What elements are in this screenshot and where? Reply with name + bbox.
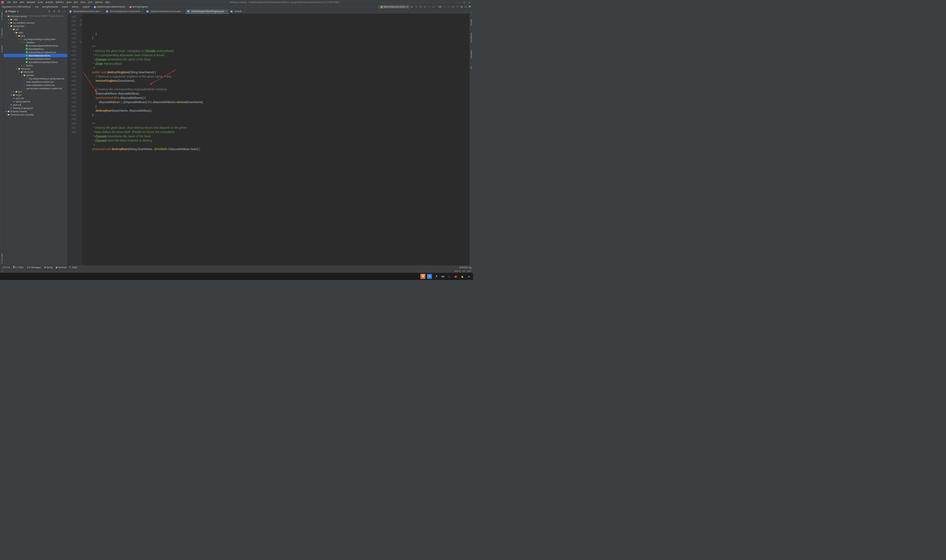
menu-analyze[interactable]: Analyze: [44, 1, 54, 4]
tree-item[interactable]: Scratches and Consoles: [4, 113, 68, 116]
tree-item[interactable]: ▶.idea: [4, 18, 68, 21]
box-icon[interactable]: ▥: [459, 5, 463, 9]
tree-item[interactable]: pom.xml: [4, 103, 68, 106]
gear-icon[interactable]: ⚙: [57, 9, 61, 13]
tree-item[interactable]: BeanInstantiationDemo: [4, 57, 68, 60]
editor-tab[interactable]: CBeanInitializationDemo.java×: [68, 9, 105, 14]
tree-item[interactable]: ▼main: [4, 31, 68, 34]
tool-tab-database[interactable]: Database: [470, 49, 473, 60]
tree-item[interactable]: ▶ioc-container-overview: [4, 21, 68, 24]
run-icon[interactable]: ▶: [410, 5, 414, 9]
close-icon[interactable]: ×: [101, 10, 102, 13]
tree-item[interactable]: BeanInitializationDemo: [4, 54, 68, 57]
editor-tab[interactable]: CDefaultL×: [229, 9, 247, 14]
breadcrumb[interactable]: org: [34, 5, 39, 9]
tree-item[interactable]: pom.xml: [4, 97, 68, 100]
vcs-revert-icon[interactable]: ↶: [455, 5, 459, 9]
tree-item[interactable]: ▶External Libraries: [4, 110, 68, 113]
tree-item[interactable]: ▶factory: [4, 64, 68, 67]
tree-item[interactable]: org.xiaoge.thinking.in.spring.bean.fac: [4, 77, 68, 80]
breadcrumb[interactable]: factory: [71, 5, 79, 9]
search-icon[interactable]: 🔍: [468, 5, 472, 9]
tree-item[interactable]: bean-deginitions-context.xml: [4, 80, 68, 83]
bottom-tab-messages[interactable]: ⊘ 0: Messages: [26, 266, 41, 269]
menu-tools[interactable]: Tools: [79, 1, 87, 4]
menu-build[interactable]: Build: [65, 1, 72, 4]
status-icon[interactable]: ▢: [2, 270, 4, 272]
editor-tab[interactable]: CDefaultSingletonBeanRegistry.java×: [186, 9, 229, 14]
tool-tab-project[interactable]: 1: Project: [0, 11, 3, 22]
bottom-tab-todo[interactable]: ≣ 6: TODO: [13, 266, 24, 269]
tool-tab-ant[interactable]: Ant: [470, 65, 473, 70]
tree-item[interactable]: bean-instantiation-context.xml: [4, 83, 68, 87]
tree-item[interactable]: BeanAliasDemo: [4, 47, 68, 51]
mic-icon[interactable]: 🎤: [434, 274, 439, 279]
menu-file[interactable]: File: [6, 1, 12, 4]
tool-tab-commit[interactable]: Commit: [0, 44, 3, 54]
editor-tab[interactable]: CAbstractApplicationContext.java×: [105, 9, 145, 14]
tree-item[interactable]: special-bean-instantiation-context.xml: [4, 87, 68, 90]
editor-tab[interactable]: CDefaultListableBeanFactory.java×: [145, 9, 186, 14]
hand-icon[interactable]: 👆: [460, 274, 465, 279]
tree-item[interactable]: ▶test: [4, 90, 68, 93]
project-tree[interactable]: ▼thinking-in-springD:\worksprace\极客学习\sp…: [4, 14, 68, 265]
menu-navigate[interactable]: Navigate: [26, 1, 37, 4]
tree-item[interactable]: AnnotationBeanDefinitionDemo: [4, 44, 68, 47]
tree-item[interactable]: ▼java: [4, 34, 68, 37]
tree-item[interactable]: SpecialBeanInstantiationDemo: [4, 60, 68, 64]
presentation-icon[interactable]: ⊡: [464, 5, 467, 9]
encoding[interactable]: UTF: [467, 270, 471, 272]
apps-icon[interactable]: ⊞: [467, 274, 471, 279]
menu-refactor[interactable]: Refactor: [54, 1, 65, 4]
breadcrumb[interactable]: beans: [62, 5, 69, 9]
tree-item[interactable]: ▶target: [4, 93, 68, 97]
breadcrumb[interactable]: ring-beans-5.2.2.RELEASE.jar: [1, 5, 32, 9]
tree-item[interactable]: ▼org.xiaoge.thinking.in.spring.bean: [4, 37, 68, 41]
tool-tab-restful[interactable]: RestfulTool: [470, 32, 473, 44]
editor-code[interactable]: } } /** * Destroy the given bean. Delega…: [82, 14, 469, 265]
menu-run[interactable]: Run: [72, 1, 79, 4]
stop-icon[interactable]: ■: [431, 5, 435, 9]
vcs-history-icon[interactable]: ⟲: [451, 5, 455, 9]
hide-icon[interactable]: —: [62, 9, 66, 13]
breadcrumb[interactable]: support: [82, 5, 90, 9]
chevron-down-icon[interactable]: ▾: [17, 10, 18, 13]
breadcrumb[interactable]: mdestroySingleton: [129, 5, 149, 9]
locate-icon[interactable]: ⊕: [48, 9, 51, 13]
vcs-commit-icon[interactable]: ✓: [447, 5, 450, 9]
tree-item[interactable]: ▼definition: [4, 41, 68, 44]
expand-icon[interactable]: ≑: [52, 9, 56, 13]
tool-tab-favorites[interactable]: 2: Favorites: [0, 252, 3, 265]
close-icon[interactable]: ×: [244, 10, 245, 13]
sogou-ime-icon[interactable]: S: [421, 274, 425, 279]
tree-item[interactable]: ▼spring-bean: [4, 24, 68, 28]
close-icon[interactable]: ✕: [468, 1, 470, 3]
tree-item[interactable]: ▼META-INF: [4, 70, 68, 74]
vcs-update-icon[interactable]: ✓: [442, 5, 446, 9]
attach-icon[interactable]: ⋯: [427, 5, 431, 9]
line-ending[interactable]: LF: [463, 270, 465, 272]
minimize-icon[interactable]: —: [458, 1, 460, 3]
tree-item[interactable]: ▼services: [4, 74, 68, 77]
tools-icon[interactable]: 🧰: [453, 274, 458, 279]
tree-item[interactable]: BeanDefinitionCreationDemo: [4, 51, 68, 54]
coverage-icon[interactable]: ⟳: [419, 5, 422, 9]
emoji-icon[interactable]: ☺: [447, 274, 451, 279]
profile-icon[interactable]: ⏱: [423, 5, 427, 9]
menu-help[interactable]: Help: [104, 1, 111, 4]
tree-item[interactable]: ▼thinking-in-springD:\worksprace\极客学习\sp…: [4, 14, 68, 18]
menu-vcs[interactable]: VCS: [87, 1, 94, 4]
ime-lang-icon[interactable]: 中: [427, 274, 432, 279]
bottom-tab-git[interactable]: ⎇ 9: Git: [2, 266, 10, 269]
breadcrumb[interactable]: CDefaultSingletonBeanRegistry: [93, 5, 126, 9]
tree-item[interactable]: spring-bean.iml: [4, 100, 68, 103]
tool-tab-maven[interactable]: Maven: [470, 18, 473, 26]
menu-edit[interactable]: Edit: [12, 1, 18, 4]
close-icon[interactable]: ×: [142, 10, 143, 13]
menu-window[interactable]: Window: [94, 1, 104, 4]
close-icon[interactable]: ×: [183, 10, 184, 13]
maximize-icon[interactable]: ▢: [463, 1, 465, 3]
event-log-button[interactable]: ◔ Event Log: [459, 266, 471, 269]
run-config-combo[interactable]: ⬤ BeanInitializationDemo ▾: [378, 5, 409, 9]
debug-icon[interactable]: 🐞: [414, 5, 418, 9]
